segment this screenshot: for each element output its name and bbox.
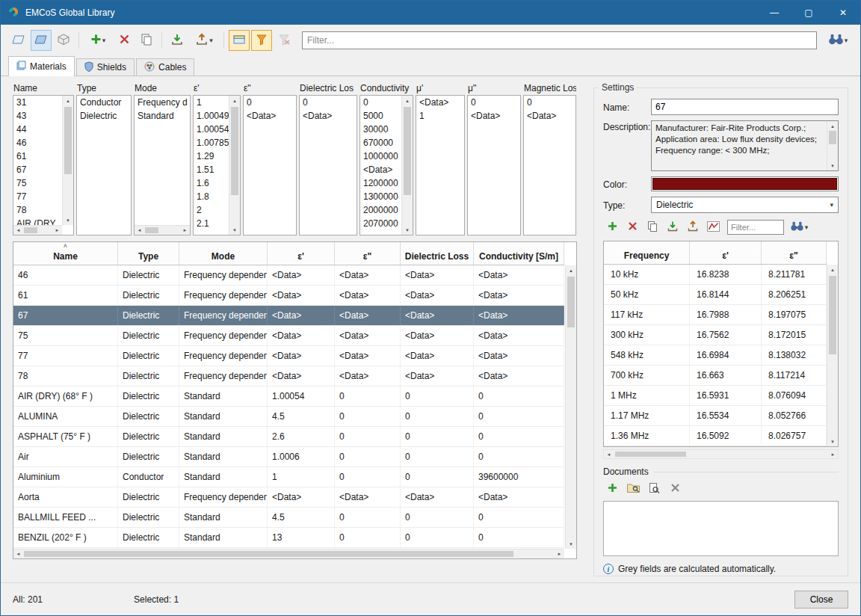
filter-list-item[interactable]: 75 [13,176,62,190]
scrollbar-track[interactable] [23,226,52,235]
filter-listbox[interactable]: 314344466167757778AIR (DRY▲▼◄► [13,95,74,235]
filter-list-item[interactable]: 78 [13,203,62,217]
scroll-down-icon[interactable]: ▼ [229,225,240,235]
delete-document-button[interactable] [666,480,684,498]
scroll-up-icon[interactable]: ▲ [63,96,73,105]
scroll-down-icon[interactable]: ▼ [827,161,838,170]
scroll-up-icon[interactable]: ▲ [229,96,240,105]
table-row[interactable]: 1 MHz16.59318.076094 [604,386,827,406]
table-row[interactable]: 77DielectricFrequency dependent<Data><Da… [13,346,564,366]
horizontal-scrollbar[interactable]: ◄► [603,449,839,459]
scrollbar-track[interactable] [402,105,413,225]
scroll-down-icon[interactable]: ▼ [566,539,576,549]
filter-list-item[interactable]: 0 [300,96,357,109]
filter-list-item[interactable]: Standard [135,109,190,123]
scrollbar-thumb[interactable] [231,107,238,195]
filter-listbox[interactable]: <Data>1 [416,95,465,235]
filter-list-item[interactable]: 2.1 [194,217,229,230]
add-material-button[interactable]: ▾ [84,30,112,51]
scrollbar-thumb[interactable] [24,551,513,557]
scroll-right-icon[interactable]: ► [555,549,564,558]
filter-list-item[interactable]: 1000000 [360,150,401,163]
vertical-scrollbar[interactable]: ▲▼ [565,265,576,549]
filter-list-item[interactable]: <Data> [360,163,401,176]
column-header[interactable]: Mode [179,242,268,265]
close-window-button[interactable]: ✕ [826,1,860,25]
table-row[interactable]: AirDielectricStandard1.0006000 [13,447,564,467]
scroll-right-icon[interactable]: ► [52,226,62,235]
table-row[interactable]: 78DielectricFrequency dependent<Data><Da… [13,366,564,386]
frequency-filter-input[interactable] [727,220,784,235]
type-select[interactable]: Dielectric ▾ [651,197,839,213]
scroll-down-icon[interactable]: ▼ [63,215,73,225]
table-row[interactable]: 117 kHz16.79888.197075 [604,305,827,325]
scrollbar-track[interactable] [566,275,576,539]
table-row[interactable]: BENZIL (202° F )DielectricStandard13000 [13,528,564,548]
export-button[interactable]: ▾ [189,30,219,51]
filter-list-item[interactable]: 0 [524,96,575,109]
filter-listbox[interactable]: 0<Data> [243,95,297,235]
vertical-scrollbar[interactable]: ▲ ▼ [827,121,838,170]
filter-input[interactable] [302,31,817,49]
filter-list-item[interactable]: 43 [13,109,62,123]
filter-list-item[interactable]: 77 [13,190,62,203]
edit-material-button[interactable] [8,30,29,51]
vertical-scrollbar[interactable]: ▲▼ [229,96,240,235]
scrollbar-thumb[interactable] [145,227,158,233]
scrollbar-thumb[interactable] [567,277,575,327]
filter-list-item[interactable]: 1.00054 [194,123,229,136]
filter-list-item[interactable]: <Data> [300,109,357,123]
view-document-button[interactable] [645,480,663,498]
table-row[interactable]: AluminiumConductorStandard10039600000 [13,467,564,487]
filter-list-item[interactable]: <Data> [468,109,520,123]
scroll-left-icon[interactable]: ◄ [13,226,23,235]
filter-list-item[interactable]: 1.29 [194,150,229,163]
filter-list-item[interactable]: 1.51 [194,163,229,176]
column-header[interactable]: ˄Name [13,242,118,265]
filter-list-item[interactable]: 0 [244,96,296,109]
table-row[interactable]: 1.17 MHz16.55348.052766 [604,406,827,426]
scroll-left-icon[interactable]: ◄ [13,549,23,558]
scrollbar-track[interactable] [144,226,180,235]
filter-listbox[interactable]: 11.000491.000541.007851.291.511.61.822.1… [193,95,241,235]
close-dialog-button[interactable]: Close [794,591,848,609]
column-header[interactable]: Frequency [604,241,690,264]
filter-row-toggle-button[interactable] [229,30,250,51]
scrollbar-thumb[interactable] [64,107,72,174]
delete-frequency-button[interactable] [623,218,641,236]
scrollbar-thumb[interactable] [615,452,686,457]
table-row[interactable]: AIR (DRY) (68° F )DielectricStandard1.00… [13,386,564,407]
documents-list[interactable] [603,501,839,556]
filter-listbox[interactable]: 0<Data> [299,95,357,235]
table-row[interactable]: BALLMILL FEED ...DielectricStandard4.500… [13,508,564,528]
scroll-up-icon[interactable]: ▲ [827,121,838,131]
horizontal-scrollbar[interactable]: ◄► [13,549,564,558]
filter-listbox[interactable]: ConductorDielectric [76,95,132,235]
scroll-left-icon[interactable]: ◄ [135,226,144,235]
filter-list-item[interactable]: 1.00785 [194,136,229,150]
filter-list-item[interactable]: 61 [13,150,62,163]
filter-list-item[interactable]: <Data> [524,109,575,123]
filter-toggle-button[interactable] [251,30,272,51]
filter-list-item[interactable]: 2 [194,203,229,217]
vertical-scrollbar[interactable]: ▲▼ [827,265,838,446]
scrollbar-track[interactable] [827,274,838,437]
scroll-up-icon[interactable]: ▲ [566,265,576,275]
delete-material-button[interactable] [114,30,135,51]
title-bar[interactable]: EMCoS Global Library — ▢ ✕ [1,1,860,25]
scroll-left-icon[interactable]: ◄ [604,450,614,458]
filter-list-item[interactable]: 30000 [360,123,401,136]
table-row[interactable]: 46DielectricFrequency dependent<Data><Da… [13,265,564,286]
scroll-down-icon[interactable]: ▼ [827,437,838,446]
column-header[interactable]: Dielectric Loss [401,242,474,265]
filter-list-item[interactable]: 1200000 [360,176,401,190]
scrollbar-track[interactable] [23,549,555,558]
table-row[interactable]: ASPHALT (75° F )DielectricStandard2.6000 [13,427,564,447]
scrollbar-track[interactable] [827,131,838,161]
filter-listbox[interactable]: Frequency dStandard◄► [134,95,191,235]
table-row[interactable]: 700 kHz16.6638.117214 [604,366,827,386]
tab-cables[interactable]: Cables [136,58,194,76]
solid-view-button[interactable] [53,30,74,51]
filter-listbox[interactable]: 05000300006700001000000<Data>12000001300… [359,95,413,235]
filter-list-item[interactable]: 670000 [360,136,401,150]
